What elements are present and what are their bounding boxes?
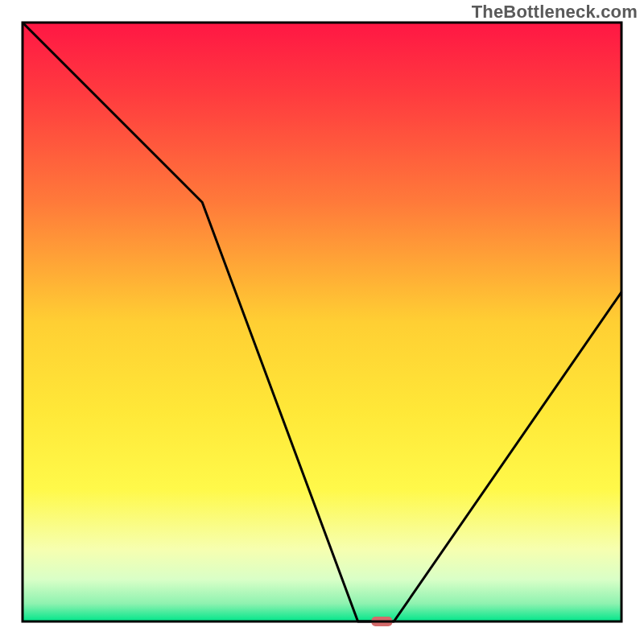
watermark-text: TheBottleneck.com <box>472 2 638 23</box>
chart-container: TheBottleneck.com <box>0 0 644 644</box>
bottleneck-chart <box>0 0 644 644</box>
